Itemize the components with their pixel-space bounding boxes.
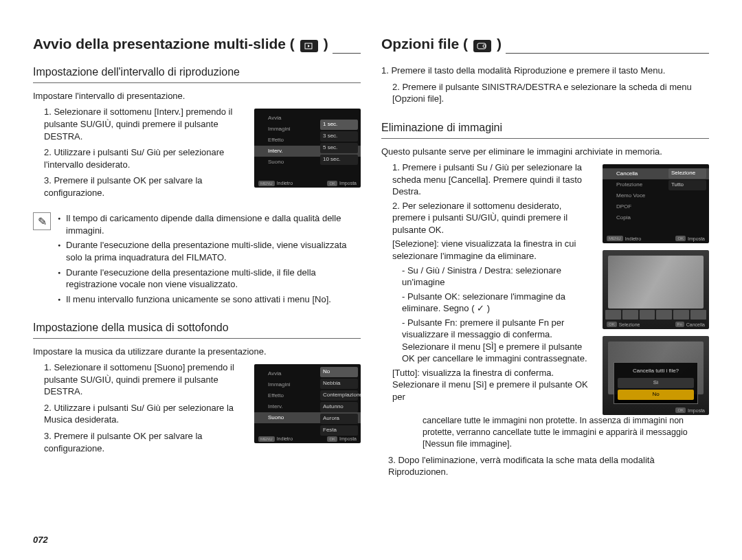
heading-interval: Impostazione dell'intervallo di riproduz… — [33, 65, 361, 80]
note-item: Durante l'esecuzione della presentazione… — [58, 267, 361, 291]
heading-music: Impostazione della musica di sottofondo — [33, 320, 361, 335]
note-item: Il tempo di caricamento dipende dalla di… — [58, 212, 361, 236]
intro-step: 1. Premere il tasto della modalità Ripro… — [381, 65, 709, 77]
step: - Pulsante Fn: premere il pulsante Fn pe… — [381, 317, 596, 365]
heading-delete: Eliminazione di immagini — [381, 120, 709, 135]
note-block: ✎ Il tempo di caricamento dipende dalla … — [33, 212, 361, 308]
svg-rect-2 — [477, 43, 486, 49]
section-title-left: Avvio della presentazione multi-slide ( … — [33, 34, 361, 54]
intro-delete: Questo pulsante serve per eliminare le i… — [381, 146, 709, 158]
lcd-delete-menu: Cancella Protezione Memo Voce DPOF Copia… — [603, 164, 709, 243]
note-icon: ✎ — [33, 212, 51, 230]
file-options-icon — [473, 40, 491, 52]
intro-interval: Impostare l'intervallo di presentazione. — [33, 90, 361, 102]
note-item: Durante l'esecuzione della presentazione… — [58, 239, 361, 263]
title-end: ) — [324, 34, 328, 54]
step: - Pulsante OK: selezionare l'immagine da… — [381, 291, 596, 315]
slideshow-icon — [300, 40, 318, 52]
page-number: 072 — [33, 534, 48, 546]
lcd-music: Avvia Immagini Effetto Interv. Suono No … — [254, 364, 361, 443]
step: 2. Utilizzare i pulsanti Su/ Giù per sel… — [33, 402, 247, 426]
title-text: Opzioni file ( — [381, 34, 468, 54]
tail-text: cancellare tutte le immagini non protett… — [381, 415, 709, 450]
svg-point-3 — [483, 45, 486, 47]
step: - Su / Giù / Sinistra / Destra: selezion… — [381, 265, 596, 289]
intro-step: 2. Premere il pulsante SINISTRA/DESTRA e… — [381, 81, 709, 105]
section-title-right: Opzioni file ( ) — [381, 34, 709, 54]
step: 3. Premere il pulsante OK per salvare la… — [33, 430, 247, 454]
note-item: Il menu intervallo funziona unicamente s… — [58, 293, 361, 306]
step: 1. Selezionare il sottomenu [Interv.] pr… — [33, 106, 247, 142]
svg-marker-1 — [308, 45, 310, 47]
step: [Selezione]: viene visualizzata la fines… — [381, 238, 596, 262]
lcd-delete-select: OKSelezione FnCancella — [603, 250, 709, 329]
step: 3. Premere il pulsante OK per salvare la… — [33, 175, 247, 199]
step3: 3. Dopo l'eliminazione, verrà modificata… — [381, 454, 709, 478]
lcd-delete-confirm: Cancella tutti i file? Sì No OKImposta — [603, 336, 709, 415]
title-text: Avvio della presentazione multi-slide ( — [33, 34, 295, 54]
step: 1. Premere i pulsanti Su / Giù per selez… — [381, 161, 596, 198]
step: 1. Selezionare il sottomenu [Suono] prem… — [33, 361, 247, 398]
title-end: ) — [497, 34, 502, 54]
step: [Tutto]: visualizza la finestra di confe… — [381, 367, 596, 403]
intro-music: Impostare la musica da utilizzare durant… — [33, 346, 361, 358]
lcd-interval: Avvia Immagini Effetto Interv. Suono 1 s… — [254, 109, 361, 188]
step: 2. Utilizzare i pulsanti Su/ Giù per sel… — [33, 146, 247, 170]
step: 2. Per selezionare il sottomenu desidera… — [381, 200, 596, 236]
